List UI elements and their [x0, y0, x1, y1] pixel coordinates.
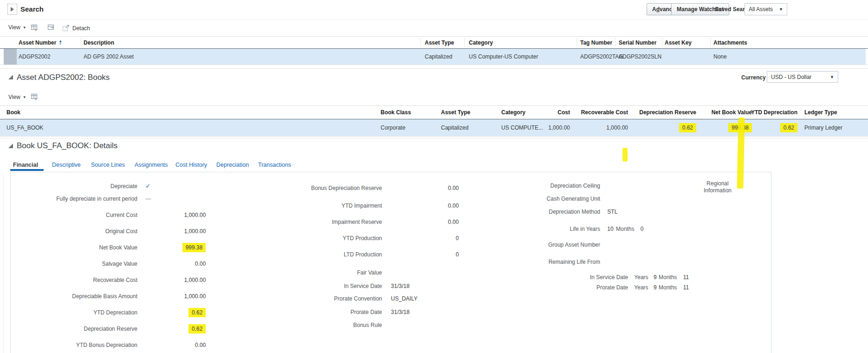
field-value-highlighted: 999.38 [182, 243, 206, 252]
field-label: In Service Date [269, 283, 382, 290]
field-label: Fully depreciate in current period [28, 196, 137, 203]
field-value: 1,000.00 [144, 228, 206, 235]
recoverable-cost-value: 1,000.00 [606, 124, 628, 131]
dropdown-arrow-icon: ▼ [775, 7, 783, 12]
view-caret-icon: ▼ [23, 26, 26, 30]
field-value: 31/3/18 [391, 283, 409, 289]
tab-cost-history[interactable]: Cost History [175, 162, 207, 168]
tab-assignments[interactable]: Assignments [135, 162, 168, 168]
field-prorate-convention: Prorate Convention US_DAILY [269, 295, 417, 302]
field-label: Depreciable Basis Amount [28, 293, 137, 300]
field-value: 0.00 [144, 342, 206, 349]
field-label: Salvage Value [28, 261, 137, 268]
field-value: 1,000.00 [144, 212, 206, 219]
book-asset-type-value: Capitalized [441, 124, 468, 131]
field-label: YTD Production [269, 235, 382, 242]
detach-label: Detach [72, 25, 90, 32]
saved-search-select[interactable]: All Assets ▼ [745, 3, 787, 15]
books-view-menu[interactable]: View ▼ [8, 94, 26, 100]
field-depreciate: Depreciate ✓ [28, 183, 150, 190]
field-net-book-value: Net Book Value 999.38 [28, 244, 206, 251]
col-asset-type-label: Asset Type [425, 39, 454, 46]
currency-select[interactable]: USD - US Dollar ▼ [767, 71, 838, 83]
attachments-cell: None [713, 49, 727, 65]
tab-financial[interactable]: Financial [13, 162, 38, 168]
field-label: Original Cost [28, 228, 137, 235]
sort-icons[interactable]: ▲▼ [58, 40, 62, 46]
fully-depreciate-checkbox[interactable]: — [145, 196, 151, 202]
highlighter-stroke-short [622, 148, 628, 162]
freeze-columns-icon[interactable] [31, 24, 39, 32]
field-value-highlighted: 0.62 [188, 324, 206, 333]
col-description[interactable]: Description [84, 37, 114, 48]
details-section-collapse-icon[interactable] [8, 144, 13, 148]
field-original-cost: Original Cost 1,000.00 [28, 228, 206, 235]
row-selector-cell[interactable] [4, 49, 17, 65]
sort-desc-icon[interactable]: ▼ [58, 43, 62, 46]
col-cost[interactable]: Cost [529, 106, 570, 119]
field-group-asset-number: Group Asset Number [492, 242, 606, 248]
book-cell[interactable]: US_FA_BOOK [6, 119, 43, 136]
books-section-collapse-icon[interactable] [8, 75, 13, 79]
field-value: 0.00 [389, 185, 459, 192]
life-years-value: 10 [607, 226, 613, 232]
tag-number-cell: ADGPS2002TAG [580, 49, 623, 65]
field-label: Remaining Life From [492, 259, 600, 266]
tab-source-lines[interactable]: Source Lines [91, 162, 125, 168]
field-label: Bonus Depreciation Reserve [269, 185, 382, 192]
col-tag-number[interactable]: Tag Number [580, 37, 612, 48]
wrap-columns-icon[interactable] [47, 24, 55, 32]
field-label: Depreciation Reserve [28, 326, 137, 333]
months-label: Months [616, 226, 634, 233]
col-book[interactable]: Book [6, 106, 20, 119]
search-panel-title: Search [20, 5, 44, 13]
col-book-class-label: Book Class [381, 109, 411, 116]
tab-descriptive[interactable]: Descriptive [52, 162, 81, 168]
assets-view-menu[interactable]: View ▼ [8, 24, 26, 31]
assets-table-header: Asset Number ▲▼ Description Asset Type C… [0, 37, 868, 48]
recoverable-cost-cell: 1,000.00 [577, 119, 628, 136]
life-months-value: 0 [641, 226, 644, 232]
years-label: Years [634, 284, 648, 291]
col-attachments[interactable]: Attachments [713, 37, 747, 48]
field-value: 31/3/18 [391, 309, 409, 315]
depreciate-checkbox[interactable]: ✓ [145, 183, 150, 190]
description-value: AD GPS 2002 Asset [84, 53, 134, 60]
col-serial-number[interactable]: Serial Number [619, 37, 656, 48]
disclosure-arrow-icon [11, 7, 14, 12]
detach-icon [62, 24, 70, 32]
assets-table-row[interactable]: ADGPS2002 AD GPS 2002 Asset Capitalized … [17, 49, 866, 65]
tab-transactions[interactable]: Transactions [258, 162, 291, 168]
col-book-asset-type[interactable]: Asset Type [441, 106, 470, 119]
col-book-class[interactable]: Book Class [381, 106, 411, 119]
search-expand-button[interactable] [7, 4, 17, 15]
col-ytd-depreciation[interactable]: YTD Depreciation [751, 106, 797, 119]
col-net-book-value-label: Net Book Value [712, 109, 752, 116]
col-asset-type[interactable]: Asset Type [425, 37, 454, 48]
col-asset-number[interactable]: Asset Number ▲▼ [19, 37, 62, 48]
col-asset-key[interactable]: Asset Key [665, 37, 692, 48]
asset-type-cell: Capitalized [425, 49, 452, 65]
book-class-cell: Corporate [381, 119, 405, 136]
col-book-asset-type-label: Asset Type [441, 109, 470, 116]
field-value: 0 [389, 235, 459, 242]
freeze-columns-icon[interactable] [31, 93, 39, 101]
months-value: 11 [683, 284, 689, 291]
field-label: Impairment Reserve [269, 219, 382, 226]
col-ledger-type[interactable]: Ledger Type [804, 106, 837, 119]
col-recoverable-cost[interactable]: Recoverable Cost [577, 106, 628, 119]
col-book-category[interactable]: Category [501, 106, 525, 119]
col-depreciation-reserve[interactable]: Depreciation Reserve [636, 106, 696, 119]
col-category[interactable]: Category [469, 37, 493, 48]
asset-number-cell[interactable]: ADGPS2002 [19, 49, 51, 65]
col-category-label: Category [469, 39, 493, 46]
field-impairment-reserve: Impairment Reserve 0.00 [269, 219, 459, 226]
highlighter-stroke-long [737, 118, 745, 189]
field-label: Recoverable Cost [28, 277, 137, 284]
tab-depreciation[interactable]: Depreciation [216, 162, 249, 168]
field-value: 0.00 [144, 261, 206, 268]
view-menu-label: View [8, 24, 20, 31]
detach-button[interactable]: Detach [62, 24, 90, 32]
col-tag-number-label: Tag Number [580, 39, 612, 46]
col-net-book-value[interactable]: Net Book Value [708, 106, 752, 119]
